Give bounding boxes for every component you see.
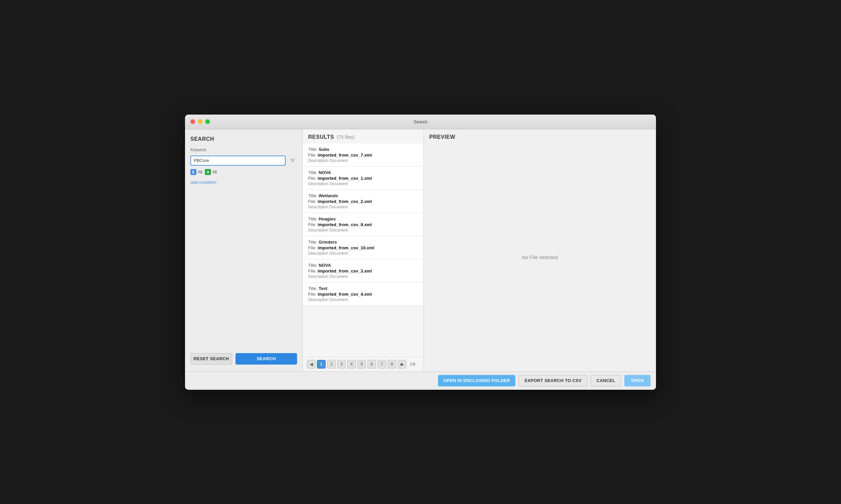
result-file-value: imported_from_csv_2.xml (317, 199, 372, 204)
result-item[interactable]: Title: Grinders File: imported_from_csv_… (303, 236, 424, 259)
page-button-4[interactable]: 4 (347, 360, 356, 368)
result-title-value: Grinders (319, 239, 337, 245)
export-search-to-csv-button[interactable]: EXPORT SEARCH TO CSV (519, 375, 587, 386)
preview-content: No File selected (424, 143, 656, 371)
results-list: Title: Subs File: imported_from_csv_7.xm… (303, 143, 424, 306)
result-file-row: File: imported_from_csv_7.xml (308, 152, 418, 158)
result-title-row: Title: NOVA (308, 170, 418, 175)
result-file-label: File: (308, 222, 317, 227)
badge-a: A All (205, 169, 217, 175)
filter-button[interactable] (288, 156, 297, 165)
result-file-label: File: (308, 292, 317, 297)
keyword-label: Keyword (190, 147, 297, 152)
result-title-label: Title: (308, 193, 319, 198)
result-type: Description Document (308, 228, 418, 233)
result-item[interactable]: Title: Wetlands File: imported_from_csv_… (303, 190, 424, 213)
results-header: RESULTS (75 files) (303, 129, 424, 143)
result-file-label: File: (308, 176, 317, 181)
result-title-value: Wetlands (319, 193, 338, 198)
search-bottom-buttons: RESET SEARCH SEARCH (190, 350, 297, 364)
cancel-button[interactable]: CANCEL (591, 375, 621, 386)
maximize-button[interactable] (205, 119, 210, 124)
results-title: RESULTS (308, 134, 334, 140)
condition-badges: E All A All (190, 169, 297, 175)
page-button-3[interactable]: 3 (337, 360, 346, 368)
result-type: Description Document (308, 251, 418, 256)
result-title-row: Title: Grinders (308, 239, 418, 245)
result-file-row: File: imported_from_csv_1.xml (308, 176, 418, 181)
result-title-label: Title: (308, 147, 319, 152)
results-scroll-area: Title: Subs File: imported_from_csv_7.xm… (303, 143, 424, 357)
badge-a-label: All (212, 170, 217, 174)
preview-panel: PREVIEW No File selected (424, 129, 656, 371)
open-in-enclosing-folder-button[interactable]: OPEN IN ENCLOSING FOLDER (438, 375, 516, 386)
keyword-input-row (190, 156, 297, 166)
results-list-container[interactable]: Title: Subs File: imported_from_csv_7.xm… (303, 143, 424, 357)
main-window: Search SEARCH Keyword E Al (185, 114, 656, 390)
page-button-2[interactable]: 2 (327, 360, 336, 368)
page-button-1[interactable]: 1 (317, 360, 326, 368)
result-file-row: File: imported_from_csv_3.xml (308, 268, 418, 273)
results-count: (75 files) (337, 134, 355, 140)
result-title-row: Title: Subs (308, 147, 418, 152)
result-file-row: File: imported_from_csv_2.xml (308, 199, 418, 204)
result-type: Description Document (308, 274, 418, 279)
result-type: Description Document (308, 298, 418, 302)
result-file-label: File: (308, 152, 317, 158)
badge-e-icon: E (190, 169, 196, 175)
result-type: Description Document (308, 181, 418, 186)
result-title-row: Title: NOVA (308, 263, 418, 268)
page-button-6[interactable]: 6 (367, 360, 376, 368)
main-content: SEARCH Keyword E All A (185, 129, 656, 371)
result-type: Description Document (308, 158, 418, 163)
result-title-value: Hoagies (319, 216, 336, 221)
page-button-7[interactable]: 7 (377, 360, 386, 368)
result-title-value: Test (319, 286, 327, 291)
badge-e-label: All (198, 170, 202, 174)
result-type: Description Document (308, 205, 418, 209)
keyword-input[interactable] (190, 156, 286, 166)
close-button[interactable] (190, 119, 195, 124)
result-file-value: imported_from_csv_3.xml (317, 268, 372, 273)
filter-icon (290, 158, 295, 163)
badge-a-icon: A (205, 169, 211, 175)
result-title-row: Title: Hoagies (308, 216, 418, 221)
result-file-row: File: imported_from_csv_4.xml (308, 292, 418, 297)
result-title-label: Title: (308, 170, 319, 175)
result-file-row: File: imported_from_csv_9.xml (308, 222, 418, 227)
result-file-value: imported_from_csv_10.xml (317, 245, 374, 250)
titlebar: Search (185, 114, 656, 129)
next-page-button[interactable]: ▶ (398, 360, 406, 368)
result-item[interactable]: Title: NOVA File: imported_from_csv_1.xm… (303, 167, 424, 190)
traffic-lights (190, 119, 210, 124)
result-file-label: File: (308, 268, 317, 273)
search-button[interactable]: SEARCH (236, 353, 297, 364)
result-item[interactable]: Title: Subs File: imported_from_csv_7.xm… (303, 143, 424, 167)
page-button-8[interactable]: 8 (388, 360, 396, 368)
badge-e: E All (190, 169, 202, 175)
result-item[interactable]: Title: Hoagies File: imported_from_csv_9… (303, 213, 424, 236)
result-file-label: File: (308, 245, 317, 250)
preview-title: PREVIEW (429, 134, 455, 140)
reset-search-button[interactable]: RESET SEARCH (190, 353, 232, 364)
page-buttons: 12345678 (317, 360, 396, 368)
add-condition-button[interactable]: add condition (190, 180, 297, 185)
search-panel: SEARCH Keyword E All A (185, 129, 303, 371)
result-title-label: Title: (308, 239, 319, 245)
result-item[interactable]: Title: NOVA File: imported_from_csv_3.xm… (303, 259, 424, 283)
result-item[interactable]: Title: Test File: imported_from_csv_4.xm… (303, 283, 424, 306)
result-file-value: imported_from_csv_1.xml (317, 176, 372, 181)
pagination: ◀ 12345678 ▶ 1/8 (303, 357, 424, 371)
no-file-selected-text: No File selected (522, 254, 558, 260)
preview-header: PREVIEW (424, 129, 656, 143)
result-file-label: File: (308, 199, 317, 204)
result-title-row: Title: Test (308, 286, 418, 291)
result-title-value: Subs (319, 147, 329, 152)
open-button[interactable]: OPEN (624, 375, 651, 386)
minimize-button[interactable] (198, 119, 203, 124)
page-info: 1/8 (410, 362, 415, 366)
prev-page-button[interactable]: ◀ (307, 360, 315, 368)
window-title: Search (413, 119, 427, 124)
page-button-5[interactable]: 5 (357, 360, 366, 368)
result-title-label: Title: (308, 286, 319, 291)
